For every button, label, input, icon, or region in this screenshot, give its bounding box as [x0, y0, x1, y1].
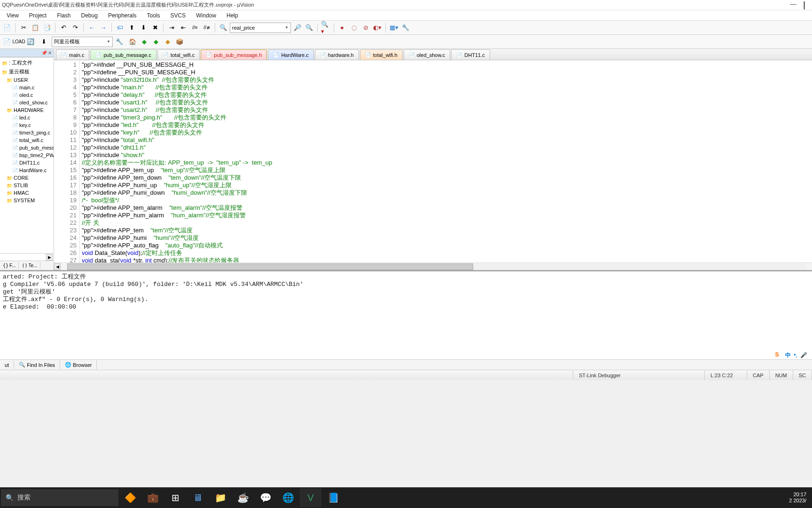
taskbar-app2-icon[interactable]: 💼 — [142, 488, 164, 507]
tree-file[interactable]: main.c — [0, 84, 54, 91]
build-output[interactable]: arted: Project: 工程文件 g Compiler 'V5.06 u… — [0, 271, 812, 351]
project-tab-1[interactable]: ()Te... — [19, 262, 40, 269]
tree-folder[interactable]: HMAC — [0, 189, 54, 197]
breakpoint-msg-icon[interactable]: ◐▾ — [372, 23, 383, 33]
edge-icon[interactable]: 🌐 — [277, 488, 299, 507]
scroll-right-icon[interactable]: ▶ — [46, 254, 53, 261]
system-tray[interactable]: 20:17 2 2023/ — [789, 492, 811, 504]
paste-icon[interactable]: 📑 — [42, 23, 52, 33]
nav-back-icon[interactable]: ← — [86, 23, 97, 33]
manage-icon[interactable]: ◆ — [139, 37, 149, 47]
menu-peripherals[interactable]: Peripherals — [103, 11, 141, 20]
indent-icon[interactable]: ⇥ — [166, 23, 177, 33]
menu-debug[interactable]: Debug — [77, 11, 102, 20]
menu-help[interactable]: Help — [222, 11, 243, 20]
vscode-icon[interactable]: V — [300, 488, 321, 507]
taskbar-app1-icon[interactable]: 🔶 — [119, 488, 141, 507]
task-view-icon[interactable]: ⊞ — [164, 488, 186, 507]
tree-file[interactable]: oled.c — [0, 91, 54, 99]
breakpoint-icon[interactable]: ● — [337, 23, 347, 33]
find-combo[interactable]: real_price ▼ — [230, 23, 291, 33]
close-button[interactable]: | — [803, 0, 805, 10]
file-tab[interactable]: 📄hardware.h — [315, 49, 359, 60]
menu-svcs[interactable]: SVCS — [166, 11, 191, 20]
file-tab[interactable]: 📄total_wifi.h — [360, 49, 403, 60]
menu-flash[interactable]: Flash — [52, 11, 75, 20]
undo-icon[interactable]: ↶ — [58, 23, 69, 33]
translate-icon[interactable]: 📄 — [2, 37, 12, 47]
app-red-icon[interactable]: ☕ — [232, 488, 254, 507]
tree-file[interactable]: HardWare.c — [0, 167, 54, 174]
configure-icon[interactable]: 🔧 — [400, 23, 411, 33]
output-tab-find-in-files[interactable]: 🔍Find In Files — [14, 360, 60, 369]
pack-icon[interactable]: 📦 — [174, 37, 185, 47]
manage2-icon[interactable]: ◆ — [151, 37, 161, 47]
comment-icon[interactable]: //≡ — [190, 23, 200, 33]
close-icon[interactable]: ✕ — [48, 50, 52, 56]
file-tab[interactable]: 📄pub_sub_message.h — [201, 49, 267, 60]
bookmark-prev-icon[interactable]: ⬆ — [126, 23, 137, 33]
incremental-find-icon[interactable]: 🔍 — [304, 23, 314, 33]
scroll-left-icon[interactable]: ◀ — [54, 263, 61, 270]
explorer-icon[interactable]: 📁 — [210, 488, 231, 507]
taskbar-search[interactable]: 🔍 搜索 — [1, 489, 118, 506]
file-tab[interactable]: 📄oled_show.c — [404, 49, 451, 60]
menu-view[interactable]: View — [2, 11, 23, 20]
minimize-button[interactable]: — — [790, 0, 796, 10]
tree-file[interactable]: bsp_time2_PWM — [0, 151, 54, 159]
redo-icon[interactable]: ↷ — [70, 23, 80, 33]
target-combo[interactable]: 阿里云模板 ▼ — [52, 37, 113, 47]
tree-file[interactable]: total_wifi.c — [0, 136, 54, 144]
tree-folder[interactable]: HARDWARE — [0, 106, 54, 114]
tree-file[interactable]: key.c — [0, 121, 54, 129]
uncomment-icon[interactable]: //≢ — [202, 23, 212, 33]
tree-file[interactable]: led.c — [0, 114, 54, 121]
copy-icon[interactable]: 📋 — [30, 23, 40, 33]
file-tab[interactable]: 📄HardWare.c — [268, 49, 313, 60]
ime-mic-icon[interactable]: 🎤 — [800, 352, 807, 358]
breakpoint-disable-icon[interactable]: ◌ — [349, 23, 359, 33]
code-view[interactable]: "pp">#ifndef __PUN_SUB_MESSAGE_H"pp">#de… — [80, 60, 812, 262]
tree-folder[interactable]: : 工程文件 — [0, 58, 54, 67]
file-tab[interactable]: 📄pub_sub_message.c — [90, 49, 156, 60]
tree-file[interactable]: timer3_ping.c — [0, 129, 54, 136]
find-icon[interactable]: 🔍 — [218, 23, 228, 33]
file-tab[interactable]: 📄main.c — [56, 49, 89, 60]
desktop-icon[interactable]: 🖥 — [187, 488, 209, 507]
sogou-icon[interactable]: S — [775, 351, 782, 359]
pin-icon[interactable]: 📌 — [41, 50, 47, 56]
bookmark-clear-icon[interactable]: ✖ — [150, 23, 160, 33]
wechat-icon[interactable]: 💬 — [255, 488, 276, 507]
target-options-icon[interactable]: 🔧 — [114, 37, 125, 47]
file-tab[interactable]: 📄total_wifi.c — [157, 49, 200, 60]
bookmark-icon[interactable]: 🏷 — [115, 23, 125, 33]
file-tab[interactable]: 📄DHT11.c — [451, 49, 490, 60]
menu-tools[interactable]: Tools — [142, 11, 165, 20]
outdent-icon[interactable]: ⇤ — [178, 23, 188, 33]
menu-window[interactable]: Window — [191, 11, 221, 20]
scroll-thumb[interactable] — [67, 263, 473, 270]
file-ext-icon[interactable]: 🏠 — [127, 37, 138, 47]
new-file-icon[interactable]: 📄 — [2, 23, 12, 33]
bookmark-next-icon[interactable]: ⬇ — [138, 23, 148, 33]
tree-folder[interactable]: STLIB — [0, 182, 54, 189]
output-tab-browser[interactable]: 🌐Browser — [60, 360, 97, 369]
tree-folder[interactable]: SYSTEM — [0, 197, 54, 204]
project-tab-0[interactable]: {}F... — [0, 262, 19, 269]
editor-hscroll[interactable]: ◀ — [54, 262, 812, 270]
breakpoint-kill-icon[interactable]: ⊘ — [360, 23, 371, 33]
download-icon[interactable]: ⬇ — [39, 37, 49, 47]
find-in-files-icon[interactable]: 🔎 — [292, 23, 303, 33]
window-icon[interactable]: ▦▾ — [389, 23, 399, 33]
build-icon[interactable]: LOAD — [14, 37, 24, 47]
manage3-icon[interactable]: ◆ — [163, 37, 173, 47]
taskbar-clock[interactable]: 20:17 2 2023/ — [789, 492, 806, 504]
debug-icon[interactable]: 🔍▾ — [320, 23, 331, 33]
tree-hscroll[interactable]: ▶ — [0, 253, 54, 261]
ime-punct-icon[interactable]: •, — [794, 352, 797, 358]
tree-folder[interactable]: USER — [0, 76, 54, 84]
project-tree[interactable]: : 工程文件里云模板USERmain.coled.coled_show.cHAR… — [0, 57, 54, 253]
rebuild-icon[interactable]: 🔄 — [25, 37, 36, 47]
tree-folder[interactable]: CORE — [0, 174, 54, 182]
output-tab-ut[interactable]: ut — [0, 361, 14, 369]
